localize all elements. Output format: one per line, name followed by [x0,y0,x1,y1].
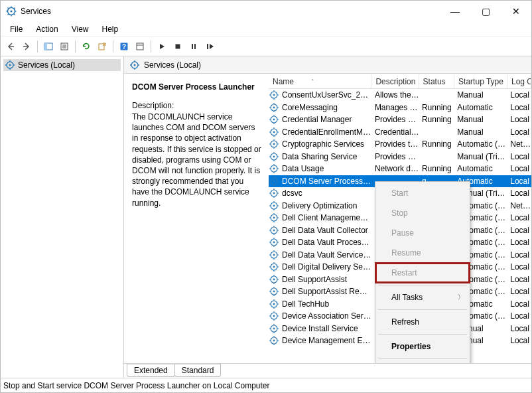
service-startup: Automatic [454,164,507,173]
service-row[interactable]: ConsentUxUserSvc_2c3a7Allows the s…Manua… [269,89,531,102]
tree-node-services-local[interactable]: Services (Local) [3,59,121,71]
service-logon: Local [507,152,531,161]
svg-point-107 [273,229,275,231]
service-name: ConsentUxUserSvc_2c3a7 [279,90,372,100]
svg-point-71 [273,155,275,157]
service-name: Data Usage [279,164,372,173]
service-row[interactable]: CredentialEnrollmentMana…Credential E…Ma… [269,126,531,139]
scope-tree: Services (Local) [1,56,124,378]
svg-rect-24 [176,44,180,48]
svg-point-89 [273,193,275,195]
service-description: Provides thr… [372,139,419,149]
svg-point-1 [10,10,12,12]
service-description: Provides da… [372,152,419,161]
ctx-pause: Pause [375,223,470,243]
show-hide-tree-button[interactable] [41,39,56,54]
minimize-button[interactable]: — [440,1,470,22]
service-row[interactable]: Credential ManagerProvides se…RunningMan… [269,114,531,126]
chevron-right-icon: 〉 [458,293,464,302]
forward-button[interactable] [19,39,34,54]
list-header: Nameˆ Description Status Startup Type Lo… [269,74,531,89]
stop-service-button[interactable] [170,39,185,54]
gear-icon [269,274,279,285]
gear-icon [269,262,279,272]
toolbar: ? [1,37,531,56]
ctx-all-tasks[interactable]: All Tasks〉 [375,287,470,307]
service-row[interactable]: Data Sharing ServiceProvides da…Manual (… [269,151,531,163]
column-header-startup[interactable]: Startup Type [454,74,507,88]
service-logon: Local [507,275,531,284]
menu-action[interactable]: Action [29,23,64,35]
gear-icon [269,311,279,321]
ctx-stop: Stop [375,203,470,223]
context-menu: Start Stop Pause Resume Restart All Task… [375,181,470,363]
refresh-button[interactable] [79,39,94,54]
gear-icon [269,127,279,137]
service-status: Running [419,103,454,112]
service-status: Running [419,115,454,124]
back-button[interactable] [3,39,18,54]
service-list[interactable]: ConsentUxUserSvc_2c3a7Allows the s…Manua… [269,89,531,363]
service-name: CredentialEnrollmentMana… [279,127,372,137]
service-logon: Local [507,115,531,124]
service-startup: Manual (Trig… [454,152,507,161]
maximize-button[interactable]: ▢ [470,1,501,22]
svg-point-113 [273,242,275,244]
window-title: Services [21,7,440,16]
service-row[interactable]: CoreMessagingManages co…RunningAutomatic… [269,102,531,114]
service-name: Dell SupportAssist [279,275,372,284]
detail-panel: DCOM Server Process Launcher Description… [124,74,269,363]
service-logon: Network [507,201,531,210]
service-startup: Automatic (T… [454,139,507,149]
service-row[interactable]: Cryptographic ServicesProvides thr…Runni… [269,138,531,151]
column-header-status[interactable]: Status [419,74,455,88]
menu-file[interactable]: File [3,23,29,35]
svg-rect-25 [192,44,193,49]
menu-help[interactable]: Help [96,23,125,35]
pane-header: Services (Local) [124,56,531,74]
svg-point-59 [273,131,275,133]
gear-icon [129,60,140,70]
svg-line-9 [8,14,9,15]
service-logon: Local [507,324,531,333]
gear-icon [269,90,279,100]
export-button[interactable] [95,39,109,54]
ctx-refresh[interactable]: Refresh [375,312,470,332]
menu-view[interactable]: View [65,23,96,35]
service-logon: Local [507,250,531,260]
svg-point-125 [273,266,275,268]
properties-button[interactable] [133,39,147,54]
view-tabs: Extended Standard [124,363,531,378]
pause-service-button[interactable] [186,39,201,54]
tab-extended[interactable]: Extended [127,364,175,377]
ctx-help[interactable]: Help [375,361,470,363]
svg-point-143 [273,303,275,305]
restart-service-button[interactable] [202,39,217,54]
close-button[interactable]: ✕ [501,1,531,22]
tab-standard[interactable]: Standard [174,364,222,377]
column-header-logon[interactable]: Log On As [507,74,531,88]
column-header-description[interactable]: Description [371,74,419,88]
start-service-button[interactable] [155,39,169,54]
gear-icon [269,200,279,211]
gear-icon [269,114,279,125]
service-row[interactable]: Data UsageNetwork da…RunningAutomaticLoc… [269,163,531,175]
ctx-start: Start [375,183,470,203]
service-name: Credential Manager [279,115,372,124]
status-bar: Stop and Start service DCOM Server Proce… [1,378,531,392]
ctx-properties[interactable]: Properties [375,337,470,356]
svg-point-53 [273,119,275,121]
service-logon: Local [507,164,531,173]
service-logon: Local [507,226,531,235]
gear-icon [269,102,279,113]
service-startup: Automatic [454,103,507,112]
service-description: Credential E… [372,127,419,137]
column-header-name[interactable]: Nameˆ [269,74,371,88]
service-description: Allows the s… [372,90,419,100]
service-name: CoreMessaging [279,103,372,112]
service-name: dcsvc [279,189,372,198]
service-logon: Local [507,262,531,272]
help-button[interactable]: ? [117,39,131,54]
service-logon: Network [507,139,531,149]
export-list-button[interactable] [57,39,72,54]
